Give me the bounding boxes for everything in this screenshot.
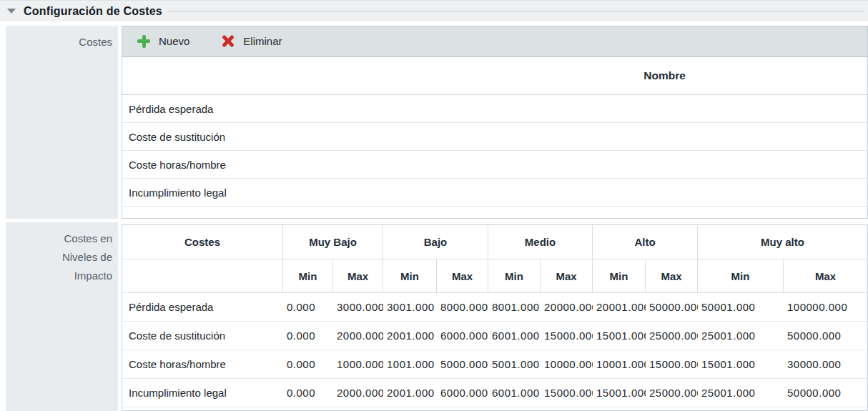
grid-cell[interactable]: 2000.000 [333, 379, 383, 407]
grid-cell[interactable]: 25001.000 [698, 322, 784, 350]
grid-cell[interactable]: 0.000 [283, 350, 333, 379]
cost-name: Pérdida esperada [129, 103, 213, 115]
level-header-bajo: Bajo [383, 225, 488, 259]
table-row-empty [122, 207, 867, 219]
table-row[interactable]: Coste horas/hombre [122, 151, 867, 179]
nuevo-button[interactable]: Nuevo [133, 34, 194, 49]
level-header-alto: Alto [593, 225, 698, 259]
max-header: Max [541, 259, 593, 293]
accordion-header[interactable]: Configuración de Costes [0, 0, 868, 21]
max-header: Max [437, 259, 488, 293]
cost-name: Coste de sustitución [129, 131, 225, 143]
min-header: Min [383, 259, 437, 293]
level-header-muy-bajo: Muy Bajo [283, 225, 383, 259]
costes-toolbar: Nuevo Eliminar [122, 26, 868, 56]
table-row[interactable]: Pérdida esperada [122, 95, 867, 123]
min-header: Min [488, 259, 541, 293]
table-row[interactable]: Incumplimiento legal [122, 179, 867, 207]
grid-cell[interactable]: 1000.000 [333, 350, 383, 379]
cost-name: Incumplimiento legal [129, 187, 227, 199]
min-header: Min [593, 259, 646, 293]
costes-field-label: Costes [6, 26, 118, 219]
grid-cell[interactable]: 25001.000 [698, 379, 784, 407]
level-header-muy-alto: Muy alto [698, 225, 867, 259]
grid-cell[interactable]: 50001.000 [698, 293, 784, 322]
eliminar-label: Eliminar [243, 35, 282, 47]
impact-levels-table: Costes Muy Bajo Bajo Medio Alto Muy alto… [122, 224, 868, 411]
grid-cell[interactable]: 10000.000 [541, 350, 593, 379]
grid-cell[interactable]: 15001.000 [593, 322, 646, 350]
cost-configuration-panel: Configuración de Costes Costes Nuevo Eli… [0, 0, 868, 411]
grid-cell[interactable]: 1001.000 [383, 350, 437, 379]
table-row[interactable]: Coste de sustitución [122, 123, 867, 151]
grid-cell[interactable]: 8000.000 [437, 293, 488, 322]
grid-cell[interactable]: 15000.000 [646, 350, 698, 379]
level-header-medio: Medio [488, 225, 593, 259]
cost-row-name[interactable]: Pérdida esperada [122, 293, 283, 322]
grid-cell[interactable]: 15001.000 [698, 350, 784, 379]
grid-cell[interactable]: 6000.000 [437, 379, 488, 407]
grid-cell[interactable]: 2000.000 [333, 322, 383, 350]
plus-icon [137, 35, 150, 48]
grid-cell[interactable]: 2001.000 [383, 379, 437, 407]
section-title: Configuración de Costes [24, 5, 162, 18]
grid-cell[interactable]: 50000.000 [784, 379, 867, 407]
collapse-arrow-icon[interactable] [7, 9, 16, 14]
eliminar-button[interactable]: Eliminar [217, 34, 286, 49]
grid-cell[interactable]: 8001.000 [488, 293, 541, 322]
subheader-empty [122, 259, 283, 293]
grid-cell[interactable]: 20000.000 [541, 293, 593, 322]
grid-cell[interactable]: 5001.000 [488, 350, 541, 379]
cost-name: Coste horas/hombre [129, 159, 226, 171]
nombre-column-header: Nombre [643, 69, 686, 82]
grid-cell[interactable]: 0.000 [283, 293, 333, 322]
cost-row-name[interactable]: Coste horas/hombre [122, 350, 283, 379]
header-rule [168, 11, 865, 11]
grid-cell[interactable]: 30000.000 [784, 350, 867, 379]
grid-cell[interactable]: 25000.000 [646, 322, 698, 350]
grid-cell[interactable]: 15000.000 [541, 379, 593, 407]
cost-row-name[interactable]: Incumplimiento legal [122, 379, 283, 407]
costes-table: Nombre Pérdida esperada Coste de sustitu… [122, 56, 868, 219]
grid-cell[interactable]: 20001.000 [593, 293, 646, 322]
cost-row-name[interactable]: Coste de sustitución [122, 322, 283, 350]
niveles-field-label: Costes en Niveles de Impacto [6, 222, 118, 411]
grid-cell[interactable]: 3000.000 [333, 293, 383, 322]
grid-cell[interactable]: 6001.000 [488, 379, 541, 407]
grid-cell[interactable]: 50000.000 [646, 293, 698, 322]
grid-cell[interactable]: 15000.000 [541, 322, 593, 350]
grid-cell[interactable]: 15001.000 [593, 379, 646, 407]
grid-cell[interactable]: 50000.000 [784, 322, 867, 350]
costes-column-header: Costes [122, 225, 283, 259]
min-header: Min [283, 259, 333, 293]
grid-cell[interactable]: 6001.000 [488, 322, 541, 350]
costes-table-header-row: Nombre [122, 57, 867, 95]
grid-cell[interactable]: 10001.000 [593, 350, 646, 379]
grid-cell[interactable]: 3001.000 [383, 293, 437, 322]
grid-cell[interactable]: 6000.000 [437, 322, 488, 350]
nuevo-label: Nuevo [159, 35, 189, 47]
max-header: Max [333, 259, 383, 293]
grid-cell[interactable]: 100000.000 [784, 293, 867, 322]
grid-cell[interactable]: 5000.000 [437, 350, 488, 379]
max-header: Max [784, 259, 867, 293]
grid-cell[interactable]: 0.000 [283, 379, 333, 407]
grid-cell[interactable]: 2001.000 [383, 322, 437, 350]
min-header: Min [698, 259, 784, 293]
delete-x-icon [222, 35, 235, 48]
grid-cell[interactable]: 25000.000 [646, 379, 698, 407]
grid-cell[interactable]: 0.000 [283, 322, 333, 350]
max-header: Max [646, 259, 698, 293]
